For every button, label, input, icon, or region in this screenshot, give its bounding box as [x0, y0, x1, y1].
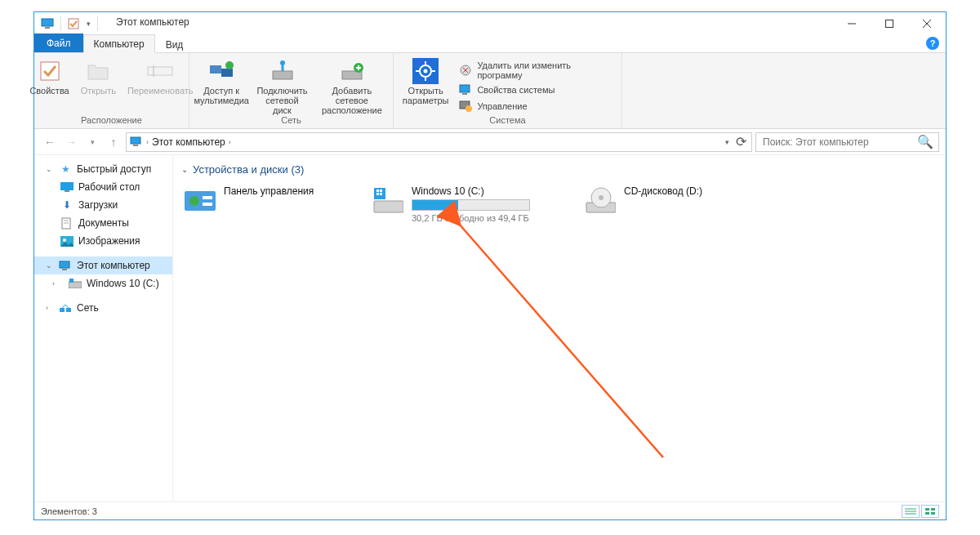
quick-access-properties-icon[interactable]	[65, 15, 82, 33]
svg-rect-11	[221, 69, 233, 77]
svg-point-49	[189, 196, 199, 206]
documents-icon	[60, 216, 74, 230]
svg-point-14	[280, 60, 285, 65]
svg-rect-51	[203, 203, 212, 206]
minimize-button[interactable]	[833, 12, 871, 34]
svg-rect-43	[69, 279, 74, 283]
drive-c-free-text: 30,2 ГБ свободно из 49,4 ГБ	[412, 213, 530, 223]
svg-rect-41	[62, 269, 67, 270]
address-history-icon[interactable]: ▾	[725, 138, 729, 146]
maximize-button[interactable]	[871, 12, 908, 34]
media-access-button[interactable]: Доступ к мультимедиа	[194, 56, 250, 115]
view-details-button[interactable]	[902, 505, 920, 518]
search-box[interactable]: 🔍	[755, 132, 939, 152]
tab-view[interactable]: Вид	[155, 35, 194, 53]
section-header[interactable]: ⌄ Устройства и диски (3)	[181, 160, 938, 182]
help-icon[interactable]: ?	[926, 37, 939, 50]
svg-point-19	[424, 69, 428, 74]
svg-rect-66	[931, 508, 935, 510]
tab-file[interactable]: Файл	[34, 33, 83, 52]
nav-pictures[interactable]: Изображения	[34, 232, 172, 250]
chevron-down-icon[interactable]: ⌄	[181, 165, 188, 174]
chevron-down-icon[interactable]: ⌄	[46, 261, 54, 270]
svg-rect-34	[65, 190, 69, 192]
nav-downloads[interactable]: ⬇ Загрузки	[34, 196, 172, 214]
chevron-right-icon[interactable]: ›	[52, 279, 60, 288]
forward-button[interactable]: →	[62, 133, 80, 151]
nav-this-pc[interactable]: ⌄ Этот компьютер	[34, 256, 172, 274]
svg-rect-65	[925, 508, 929, 510]
this-pc-small-icon	[130, 136, 143, 147]
open-settings-button[interactable]: Открыть параметры	[400, 56, 451, 115]
svg-rect-28	[462, 93, 467, 95]
status-bar: Элементов: 3	[34, 502, 946, 519]
tab-computer[interactable]: Компьютер	[83, 34, 155, 53]
svg-rect-33	[60, 182, 74, 190]
svg-rect-10	[210, 65, 221, 74]
manage-button[interactable]: Управление	[456, 99, 615, 114]
nav-network[interactable]: › Сеть	[34, 299, 172, 317]
chevron-right-icon[interactable]: ›	[229, 138, 231, 146]
file-explorer-window: ▾ Этот компьютер Файл Компьютер Вид ?	[33, 11, 947, 520]
up-button[interactable]: ↑	[105, 133, 122, 151]
search-icon[interactable]: 🔍	[917, 134, 933, 149]
item-cd-drive[interactable]: CD-дисковод (D:)	[581, 182, 745, 226]
group-system-label: Система	[400, 115, 615, 127]
uninstall-icon	[459, 64, 472, 77]
chevron-right-icon[interactable]: ›	[46, 304, 54, 312]
svg-line-61	[459, 224, 663, 457]
svg-point-30	[466, 105, 472, 112]
star-icon: ★	[59, 163, 72, 176]
recent-locations-button[interactable]: ▾	[83, 133, 101, 151]
svg-rect-54	[376, 189, 379, 192]
chevron-right-icon[interactable]: ›	[146, 138, 149, 146]
map-drive-icon	[270, 58, 296, 84]
svg-rect-48	[185, 191, 216, 211]
svg-point-12	[225, 61, 234, 69]
svg-rect-44	[60, 308, 65, 312]
ribbon: Свойства Открыть Переименовать Расположе…	[34, 53, 946, 129]
address-bar-row: ← → ▾ ↑ › Этот компьютер › ▾ ⟳ 🔍	[34, 129, 946, 154]
svg-rect-31	[131, 137, 140, 144]
this-pc-icon	[39, 15, 57, 33]
svg-rect-57	[380, 193, 382, 195]
item-drive-c[interactable]: Windows 10 (C:) 30,2 ГБ свободно из 49,4…	[369, 182, 557, 226]
svg-rect-32	[133, 145, 138, 146]
svg-line-46	[62, 305, 65, 308]
titlebar: ▾ Этот компьютер	[34, 12, 946, 34]
address-bar[interactable]: › Этот компьютер › ▾ ⟳	[126, 132, 752, 152]
drive-c-usage-bar	[412, 199, 530, 211]
close-button[interactable]	[908, 12, 946, 34]
nav-quick-access[interactable]: ⌄ ★ Быстрый доступ	[34, 160, 172, 178]
gear-icon	[412, 58, 439, 84]
svg-rect-8	[148, 67, 172, 75]
address-segment[interactable]: Этот компьютер	[152, 136, 225, 148]
svg-rect-55	[380, 189, 382, 192]
add-network-location-button[interactable]: Добавить сетевое расположение	[314, 56, 389, 115]
svg-rect-45	[66, 308, 71, 312]
refresh-icon[interactable]: ⟳	[736, 134, 746, 149]
qat-dropdown-icon[interactable]: ▾	[82, 15, 94, 33]
manage-icon	[459, 100, 472, 113]
back-button[interactable]: ←	[41, 133, 59, 151]
rename-button: Переименовать	[124, 56, 197, 115]
nav-drive-c[interactable]: › Windows 10 (C:)	[34, 274, 172, 292]
system-properties-icon	[459, 83, 472, 96]
nav-pane[interactable]: ⌄ ★ Быстрый доступ Рабочий стол ⬇ Загруз…	[34, 155, 173, 502]
nav-desktop[interactable]: Рабочий стол	[34, 178, 172, 196]
drive-icon	[372, 185, 403, 216]
chevron-down-icon[interactable]: ⌄	[46, 165, 54, 173]
item-control-panel[interactable]: Панель управления	[181, 182, 345, 226]
svg-rect-4	[886, 20, 893, 27]
map-drive-button[interactable]: Подключить сетевой диск	[255, 56, 310, 115]
nav-documents[interactable]: Документы	[34, 214, 172, 232]
content-pane[interactable]: ⌄ Устройства и диски (3) Панель управлен…	[173, 155, 946, 502]
uninstall-program-button[interactable]: Удалить или изменить программу	[456, 60, 615, 81]
svg-point-60	[599, 195, 604, 200]
view-large-icons-button[interactable]	[921, 505, 939, 518]
properties-button[interactable]: Свойства	[26, 56, 72, 115]
add-network-location-icon	[339, 58, 365, 84]
search-input[interactable]	[761, 136, 908, 149]
status-elements-count: Элементов: 3	[41, 506, 97, 516]
system-properties-button[interactable]: Свойства системы	[456, 82, 615, 97]
